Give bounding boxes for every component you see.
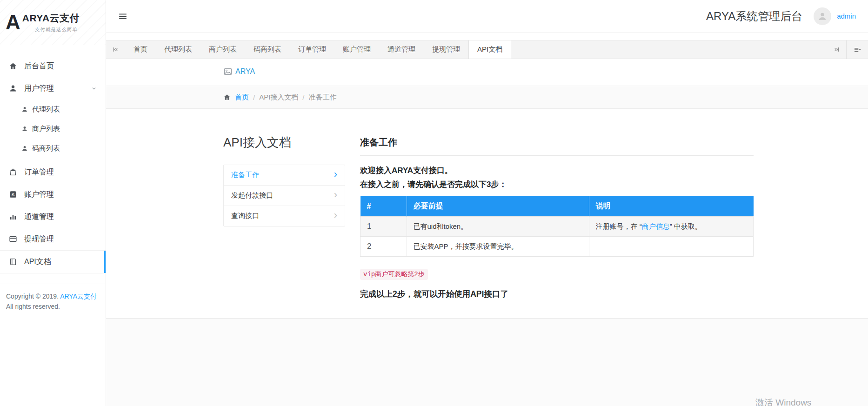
tab-商户列表[interactable]: 商户列表	[200, 40, 245, 59]
tab-账户管理[interactable]: 账户管理	[334, 40, 379, 59]
sidebar-item-accounts[interactable]: S账户管理	[0, 183, 106, 206]
sidebar-menu: 后台首页用户管理代理列表商户列表码商列表订单管理S账户管理通道管理提现管理API…	[0, 45, 106, 273]
closing-line: 完成以上2步，就可以开始使用API接口了	[360, 288, 754, 300]
copyright-prefix: Copyright © 2019.	[6, 293, 59, 300]
doc-nav-label: 准备工作	[231, 171, 259, 180]
sidebar-subitem-code-merchant-list[interactable]: 码商列表	[0, 139, 106, 158]
shopping-bag-icon	[8, 167, 18, 177]
note-cell: 注册账号，在 “商户信息” 中获取。	[589, 217, 754, 237]
chevron-right-icon: ›	[334, 169, 337, 180]
doc-sidebar: API接入文档 准备工作›发起付款接口›查询接口›	[223, 134, 345, 300]
chevron-down-icon	[91, 85, 97, 92]
app-root: A ARYA云支付 —— 支付就是这么简单 —— 后台首页用户管理代理列表商户列…	[0, 0, 868, 406]
sidebar-copyright: Copyright © 2019. ARYA云支付 All rights res…	[0, 284, 106, 319]
row-number-cell: 1	[361, 217, 407, 237]
tab-代理列表[interactable]: 代理列表	[156, 40, 200, 59]
sidebar-item-home[interactable]: 后台首页	[0, 55, 106, 77]
tab-bar-right-controls	[827, 40, 868, 59]
section-title: 准备工作	[360, 136, 754, 149]
breadcrumb: 首页 /API接入文档/准备工作	[223, 93, 754, 102]
user-icon	[21, 126, 28, 133]
sidebar-subitem-label: 码商列表	[32, 144, 60, 153]
dollar-square-icon: S	[8, 190, 18, 199]
doc-body: 准备工作 欢迎接入ARYA支付接口。 在接入之前，请先确认是否完成以下3步： #…	[360, 134, 754, 300]
chevron-right-icon: ›	[334, 190, 337, 200]
row-number-cell: 2	[361, 237, 407, 257]
table-row: 1已有uid和token。注册账号，在 “商户信息” 中获取。	[361, 217, 754, 237]
premise-cell: 已安装APP，并按要求设置完毕。	[407, 237, 589, 257]
breadcrumb-strip: 首页 /API接入文档/准备工作	[106, 86, 868, 109]
sidebar-toggle-button[interactable]	[118, 11, 129, 22]
sidebar-submenu: 代理列表商户列表码商列表	[0, 100, 106, 161]
merchant-info-link[interactable]: 商户信息	[642, 222, 670, 230]
page-title: ARYA系统管理后台	[706, 9, 802, 24]
user-menu-link[interactable]: admin	[837, 12, 856, 20]
content-area: ARYA 首页 /API接入文档/准备工作 API接入文档 准备工作›发起付款接…	[106, 59, 868, 406]
brand-name: ARYA云支付	[22, 12, 90, 25]
breadcrumb-home-link[interactable]: 首页	[235, 93, 249, 102]
tab-订单管理[interactable]: 订单管理	[290, 40, 334, 59]
breadcrumb-separator: /	[253, 93, 255, 101]
hamburger-icon	[118, 11, 128, 21]
doc-nav-label: 查询接口	[231, 212, 259, 220]
sidebar-item-withdrawals[interactable]: 提现管理	[0, 228, 106, 250]
user-icon	[21, 106, 28, 113]
copyright-suffix: All rights reserved.	[6, 303, 60, 310]
double-chevron-left-icon	[112, 46, 119, 53]
tab-首页[interactable]: 首页	[125, 40, 156, 59]
bar-chart-icon	[8, 212, 18, 221]
book-icon	[8, 257, 18, 266]
credit-card-icon	[8, 234, 18, 244]
tab-提现管理[interactable]: 提现管理	[424, 40, 468, 59]
tab-通道管理[interactable]: 通道管理	[379, 40, 424, 59]
user-icon	[21, 145, 28, 152]
table-header-row: #必要前提说明	[361, 196, 754, 217]
tab-scroll-left-button[interactable]	[106, 40, 125, 59]
sidebar-item-orders[interactable]: 订单管理	[0, 161, 106, 183]
breadcrumb-trail: /API接入文档/准备工作	[253, 93, 337, 102]
avatar[interactable]	[814, 7, 831, 25]
page-logo-broken-image: ARYA	[223, 67, 255, 76]
sidebar-item-users[interactable]: 用户管理	[0, 77, 106, 100]
doc-nav-item-查询接口[interactable]: 查询接口›	[224, 206, 345, 226]
header: ARYA系统管理后台 admin	[106, 0, 868, 33]
logo-alt-text: ARYA	[235, 67, 255, 76]
premise-cell: 已有uid和token。	[407, 217, 589, 237]
doc-section: API接入文档 准备工作›发起付款接口›查询接口› 准备工作 欢迎接入ARYA支…	[223, 109, 754, 300]
doc-nav: 准备工作›发起付款接口›查询接口›	[223, 165, 345, 226]
sidebar-item-channels[interactable]: 通道管理	[0, 206, 106, 228]
vip-note-code: vip商户可忽略第2步	[360, 269, 428, 280]
svg-text:S: S	[12, 192, 15, 197]
tab-API文档[interactable]: API文档	[468, 40, 511, 59]
sidebar-subitem-agent-list[interactable]: 代理列表	[0, 100, 106, 119]
home-icon	[223, 93, 231, 101]
sidebar-item-label: 通道管理	[24, 212, 97, 222]
content-bottom-area	[106, 319, 868, 406]
tab-list: 首页代理列表商户列表码商列表订单管理账户管理通道管理提现管理API文档	[125, 40, 511, 59]
tab-scroll-right-button[interactable]	[827, 40, 846, 59]
sidebar-logo: A ARYA云支付 —— 支付就是这么简单 ——	[0, 0, 106, 45]
broken-image-icon	[223, 67, 233, 76]
table-row: 2已安装APP，并按要求设置完毕。	[361, 237, 754, 257]
windows-activation-watermark: 激活 Windows	[755, 397, 811, 406]
tab-码商列表[interactable]: 码商列表	[245, 40, 290, 59]
breadcrumb-item: 准备工作	[309, 93, 337, 102]
table-header-cell: 说明	[589, 196, 754, 217]
note-cell	[589, 237, 754, 257]
doc-nav-item-准备工作[interactable]: 准备工作›	[224, 165, 345, 186]
table-body: 1已有uid和token。注册账号，在 “商户信息” 中获取。2已安装APP，并…	[361, 217, 754, 257]
brand-logo-icon: A	[6, 12, 19, 33]
doc-nav-item-发起付款接口[interactable]: 发起付款接口›	[224, 186, 345, 206]
sidebar-item-label: 订单管理	[24, 167, 97, 177]
sidebar-item-label: 用户管理	[24, 84, 91, 93]
brand-tagline: —— 支付就是这么简单 ——	[22, 27, 90, 33]
home-icon	[8, 61, 18, 71]
sidebar-item-api-docs[interactable]: API文档	[0, 250, 106, 273]
doc-title: API接入文档	[223, 134, 345, 151]
sidebar-item-label: 后台首页	[24, 61, 97, 71]
copyright-brand-link[interactable]: ARYA云支付	[60, 293, 97, 300]
tab-options-button[interactable]	[846, 40, 868, 59]
sidebar-subitem-merchant-list[interactable]: 商户列表	[0, 119, 106, 139]
user-icon	[8, 84, 18, 93]
tab-menu-dropdown-icon	[853, 46, 861, 54]
